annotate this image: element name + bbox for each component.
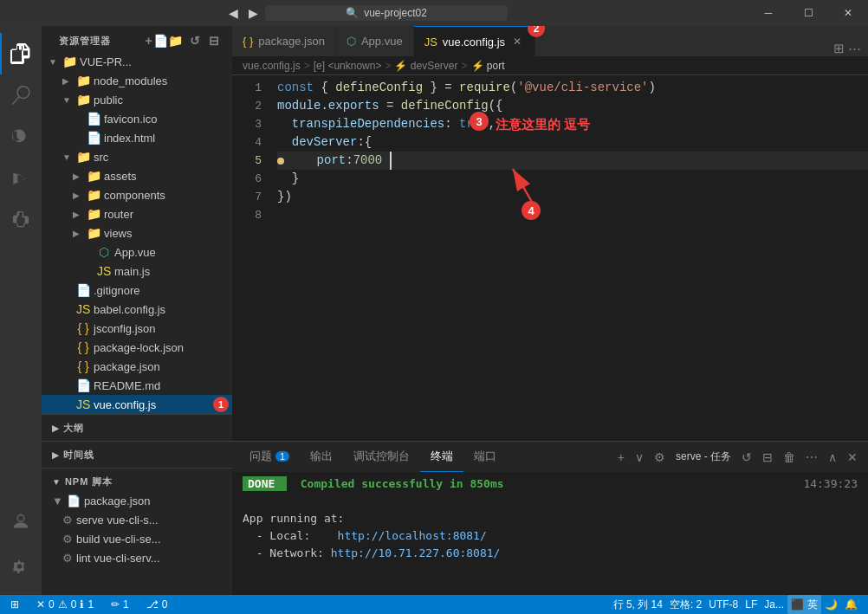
minimize-button[interactable]: ─ bbox=[748, 0, 788, 26]
local-url[interactable]: http://localhost:8081/ bbox=[338, 529, 487, 542]
tree-item-package-lock[interactable]: ▶ { } package-lock.json bbox=[42, 338, 232, 357]
back-button[interactable]: ◀ bbox=[225, 3, 242, 23]
tree-item-src[interactable]: ▼ 📁 src bbox=[42, 147, 232, 166]
npm-lint-item[interactable]: ⚙ lint vue-cli-serv... bbox=[42, 548, 232, 567]
tree-item-assets[interactable]: ▶ 📁 assets bbox=[42, 166, 232, 185]
activity-search[interactable] bbox=[0, 74, 42, 116]
search-value: vue-project02 bbox=[364, 7, 427, 19]
maximize-button[interactable]: ☐ bbox=[788, 0, 828, 26]
network-url[interactable]: http://10.71.227.60:8081/ bbox=[331, 546, 501, 559]
new-file-icon[interactable]: +📄 bbox=[149, 33, 165, 48]
git-status[interactable]: ⎇ 0 bbox=[143, 595, 172, 614]
tree-item-favicon[interactable]: ▶ 📄 favicon.ico bbox=[42, 109, 232, 128]
vue-icon: ⬡ bbox=[347, 35, 356, 48]
npm-serve-item[interactable]: ⚙ serve vue-cli-s... bbox=[42, 510, 232, 529]
npm-package-item[interactable]: ▼ 📄 package.json bbox=[42, 491, 232, 510]
panel-tab-terminal[interactable]: 终端 bbox=[420, 442, 463, 472]
tree-item-vue-config[interactable]: ▶ JS vue.config.js 1 bbox=[42, 395, 232, 414]
add-terminal-icon[interactable]: + bbox=[614, 449, 628, 466]
folder-icon: 📁 bbox=[76, 93, 90, 107]
bell-status[interactable]: 🔔 bbox=[841, 595, 861, 614]
panel-view-icon[interactable]: ⊟ bbox=[759, 449, 776, 466]
errors-status[interactable]: ✕ 0 ⚠ 0 ℹ 1 bbox=[33, 595, 97, 614]
tab-close-button[interactable]: ✕ bbox=[510, 35, 524, 48]
npm-build-item[interactable]: ⚙ build vue-cli-se... bbox=[42, 529, 232, 548]
panel-tab-ports[interactable]: 端口 bbox=[463, 442, 507, 472]
new-folder-icon[interactable]: 📁 bbox=[168, 33, 184, 48]
panel-up-icon[interactable]: ∧ bbox=[825, 449, 840, 466]
npm-header[interactable]: ▼ NPM 脚本 bbox=[42, 472, 232, 491]
close-button[interactable]: ✕ bbox=[828, 0, 868, 26]
tree-item-components[interactable]: ▶ 📁 components bbox=[42, 185, 232, 204]
night-status[interactable]: 🌙 bbox=[821, 595, 841, 614]
tab-vue-config[interactable]: JS vue.config.js ✕ 2 bbox=[414, 26, 535, 56]
tree-item-index-html[interactable]: ▶ 📄 index.html bbox=[42, 128, 232, 147]
breadcrumb-unknown[interactable]: [e] <unknown> bbox=[314, 60, 382, 72]
editor-area[interactable]: 1 2 3 4 5 6 7 8 const { bbox=[232, 75, 868, 441]
file-icon: 📄 bbox=[87, 131, 100, 145]
more-actions-icon[interactable]: ⋯ bbox=[848, 41, 861, 56]
breadcrumb-file[interactable]: vue.config.js bbox=[243, 60, 301, 72]
remote-status[interactable]: ⊞ bbox=[7, 595, 23, 614]
outline-header[interactable]: ▶ 大纲 bbox=[42, 418, 232, 437]
ime-status[interactable]: ⬛ 英 bbox=[787, 595, 821, 614]
encoding-status[interactable]: UTF-8 bbox=[705, 595, 742, 614]
panel-tab-problems[interactable]: 问题 1 bbox=[239, 442, 300, 472]
folder-icon: 📁 bbox=[76, 74, 90, 87]
code-lines[interactable]: const { defineConfig } = require ( '@vue… bbox=[270, 75, 868, 441]
timeline-header[interactable]: ▶ 时间线 bbox=[42, 445, 232, 464]
refresh-icon[interactable]: ↺ bbox=[187, 33, 203, 48]
line-num: 8 bbox=[232, 206, 262, 224]
split-terminal-icon[interactable]: ∨ bbox=[632, 449, 647, 466]
arrow-icon: ▶ bbox=[73, 191, 83, 200]
collapse-icon[interactable]: ⊟ bbox=[206, 33, 222, 48]
line-ending-status[interactable]: LF bbox=[742, 595, 761, 614]
language-text: Ja... bbox=[764, 598, 784, 611]
trash-icon[interactable]: 🗑 bbox=[780, 449, 799, 466]
activity-extensions[interactable] bbox=[0, 199, 42, 241]
sidebar: 资源管理器 +📄 📁 ↺ ⊟ ▼ 📁 VUE-PR... ▶ 📁 node_mo… bbox=[42, 26, 232, 595]
tree-root[interactable]: ▼ 📁 VUE-PR... bbox=[42, 52, 232, 71]
restart-icon[interactable]: ↺ bbox=[738, 449, 755, 466]
tree-item-views[interactable]: ▶ 📁 views bbox=[42, 223, 232, 242]
tree-item-router[interactable]: ▶ 📁 router bbox=[42, 204, 232, 223]
label: babel.config.js bbox=[94, 303, 165, 316]
tree-item-jsconfig[interactable]: ▶ { } jsconfig.json bbox=[42, 319, 232, 338]
spaces-status[interactable]: 空格: 2 bbox=[666, 595, 705, 614]
activity-settings[interactable] bbox=[0, 546, 42, 588]
search-bar[interactable]: 🔍 vue-project02 bbox=[265, 5, 508, 21]
arrow-icon: ▼ bbox=[49, 57, 59, 67]
breadcrumb-port[interactable]: ⚡ port bbox=[471, 60, 505, 72]
edit-count[interactable]: ✏ 1 bbox=[107, 595, 133, 614]
tree-item-package-json[interactable]: ▶ { } package.json bbox=[42, 357, 232, 376]
tree-item-public[interactable]: ▼ 📁 public bbox=[42, 90, 232, 109]
activity-source-control[interactable] bbox=[0, 116, 42, 158]
close-panel-icon[interactable]: ✕ bbox=[844, 449, 861, 466]
breadcrumb-devserver[interactable]: ⚡ devServer bbox=[394, 60, 457, 72]
panel-tab-debug[interactable]: 调试控制台 bbox=[343, 442, 420, 472]
tab-package-json[interactable]: { } package.json bbox=[232, 26, 336, 56]
code-container: 1 2 3 4 5 6 7 8 const { bbox=[232, 75, 868, 441]
label: index.html bbox=[104, 132, 155, 145]
split-editor-icon[interactable]: ⊞ bbox=[833, 41, 845, 56]
tree-item-babel-config[interactable]: ▶ JS babel.config.js bbox=[42, 300, 232, 319]
position-status[interactable]: 行 5, 列 14 bbox=[610, 595, 666, 614]
label: public bbox=[94, 94, 123, 107]
activity-account[interactable] bbox=[0, 501, 42, 543]
activity-run[interactable] bbox=[0, 158, 42, 199]
tree-item-readme[interactable]: ▶ 📄 README.md bbox=[42, 376, 232, 395]
tree-item-app-vue[interactable]: ▶ ⬡ App.vue bbox=[42, 242, 232, 262]
panel-tab-output[interactable]: 输出 bbox=[300, 442, 343, 472]
language-status[interactable]: Ja... bbox=[761, 595, 787, 614]
more-icon[interactable]: ⋯ bbox=[802, 449, 821, 466]
arrow-icon: ▼ bbox=[52, 477, 62, 487]
terminal-content[interactable]: DONE Compiled successfully in 850ms 14:3… bbox=[232, 472, 868, 595]
spaces-text: 空格: 2 bbox=[670, 598, 702, 612]
json-file-icon: { } bbox=[76, 321, 90, 335]
forward-button[interactable]: ▶ bbox=[245, 3, 262, 23]
activity-explorer[interactable] bbox=[0, 33, 42, 74]
tree-item-gitignore[interactable]: ▶ 📄 .gitignore bbox=[42, 281, 232, 300]
tree-item-main-js[interactable]: ▶ JS main.js bbox=[42, 262, 232, 281]
tab-app-vue[interactable]: ⬡ App.vue bbox=[336, 26, 414, 56]
tree-item-node-modules[interactable]: ▶ 📁 node_modules bbox=[42, 71, 232, 90]
